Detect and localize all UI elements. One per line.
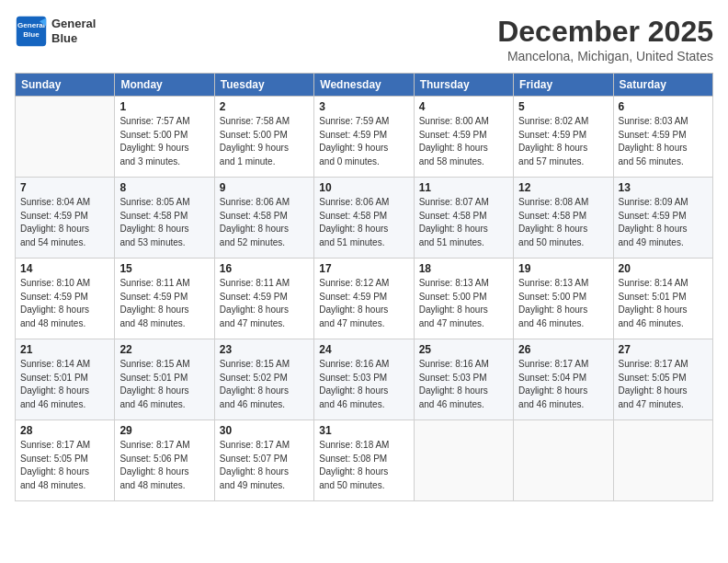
logo-text: General Blue	[51, 17, 96, 45]
calendar-cell: 4Sunrise: 8:00 AM Sunset: 4:59 PM Daylig…	[414, 97, 513, 178]
day-info: Sunrise: 8:14 AM Sunset: 5:01 PM Dayligh…	[619, 277, 708, 330]
day-number: 22	[119, 343, 209, 356]
weekday-header-sunday: Sunday	[16, 74, 115, 97]
week-row-5: 28Sunrise: 8:17 AM Sunset: 5:05 PM Dayli…	[16, 420, 713, 501]
calendar-cell	[16, 97, 115, 178]
day-number: 8	[119, 181, 209, 194]
day-number: 28	[20, 424, 109, 437]
day-number: 2	[220, 100, 309, 113]
day-number: 29	[119, 424, 209, 437]
day-info: Sunrise: 8:02 AM Sunset: 4:59 PM Dayligh…	[518, 115, 608, 168]
day-info: Sunrise: 8:10 AM Sunset: 4:59 PM Dayligh…	[20, 277, 109, 330]
day-number: 19	[518, 262, 608, 275]
calendar-cell: 2Sunrise: 7:58 AM Sunset: 5:00 PM Daylig…	[214, 97, 313, 178]
calendar-cell	[414, 420, 513, 501]
calendar-cell: 3Sunrise: 7:59 AM Sunset: 4:59 PM Daylig…	[314, 97, 414, 178]
svg-text:General: General	[17, 21, 45, 29]
calendar-cell: 15Sunrise: 8:11 AM Sunset: 4:59 PM Dayli…	[115, 259, 214, 339]
day-info: Sunrise: 8:17 AM Sunset: 5:04 PM Dayligh…	[518, 358, 608, 411]
calendar-cell: 19Sunrise: 8:13 AM Sunset: 5:00 PM Dayli…	[514, 259, 613, 339]
page-header: General Blue General Blue December 2025 …	[15, 15, 713, 63]
day-info: Sunrise: 8:16 AM Sunset: 5:03 PM Dayligh…	[319, 358, 408, 411]
week-row-1: 1Sunrise: 7:57 AM Sunset: 5:00 PM Daylig…	[16, 97, 713, 178]
calendar-cell: 12Sunrise: 8:08 AM Sunset: 4:58 PM Dayli…	[514, 178, 613, 259]
calendar-table: SundayMondayTuesdayWednesdayThursdayFrid…	[15, 73, 713, 501]
day-number: 17	[319, 262, 408, 275]
day-info: Sunrise: 8:14 AM Sunset: 5:01 PM Dayligh…	[20, 358, 109, 411]
day-info: Sunrise: 7:57 AM Sunset: 5:00 PM Dayligh…	[119, 115, 209, 168]
day-info: Sunrise: 8:00 AM Sunset: 4:59 PM Dayligh…	[419, 115, 508, 168]
calendar-cell: 11Sunrise: 8:07 AM Sunset: 4:58 PM Dayli…	[414, 178, 513, 259]
calendar-cell: 24Sunrise: 8:16 AM Sunset: 5:03 PM Dayli…	[314, 339, 414, 420]
calendar-cell: 10Sunrise: 8:06 AM Sunset: 4:58 PM Dayli…	[314, 178, 414, 259]
calendar-cell: 29Sunrise: 8:17 AM Sunset: 5:06 PM Dayli…	[115, 420, 214, 501]
logo-icon: General Blue	[15, 15, 48, 48]
day-info: Sunrise: 8:13 AM Sunset: 5:00 PM Dayligh…	[419, 277, 508, 330]
calendar-cell: 18Sunrise: 8:13 AM Sunset: 5:00 PM Dayli…	[414, 259, 513, 339]
day-number: 27	[619, 343, 708, 356]
weekday-header-saturday: Saturday	[613, 74, 712, 97]
day-info: Sunrise: 8:09 AM Sunset: 4:59 PM Dayligh…	[619, 196, 708, 249]
day-info: Sunrise: 8:12 AM Sunset: 4:59 PM Dayligh…	[319, 277, 408, 330]
day-number: 6	[619, 100, 708, 113]
day-info: Sunrise: 8:07 AM Sunset: 4:58 PM Dayligh…	[419, 196, 508, 249]
day-info: Sunrise: 8:17 AM Sunset: 5:05 PM Dayligh…	[20, 439, 109, 492]
day-info: Sunrise: 8:15 AM Sunset: 5:02 PM Dayligh…	[220, 358, 309, 411]
calendar-cell: 5Sunrise: 8:02 AM Sunset: 4:59 PM Daylig…	[514, 97, 613, 178]
calendar-cell: 27Sunrise: 8:17 AM Sunset: 5:05 PM Dayli…	[613, 339, 712, 420]
calendar-cell: 31Sunrise: 8:18 AM Sunset: 5:08 PM Dayli…	[314, 420, 414, 501]
day-number: 16	[220, 262, 309, 275]
calendar-cell: 30Sunrise: 8:17 AM Sunset: 5:07 PM Dayli…	[214, 420, 313, 501]
day-info: Sunrise: 8:06 AM Sunset: 4:58 PM Dayligh…	[220, 196, 309, 249]
day-info: Sunrise: 8:04 AM Sunset: 4:59 PM Dayligh…	[20, 196, 109, 249]
day-info: Sunrise: 8:17 AM Sunset: 5:07 PM Dayligh…	[220, 439, 309, 492]
day-number: 4	[419, 100, 508, 113]
day-info: Sunrise: 8:08 AM Sunset: 4:58 PM Dayligh…	[518, 196, 608, 249]
calendar-cell: 16Sunrise: 8:11 AM Sunset: 4:59 PM Dayli…	[214, 259, 313, 339]
calendar-cell: 20Sunrise: 8:14 AM Sunset: 5:01 PM Dayli…	[613, 259, 712, 339]
day-number: 31	[319, 424, 408, 437]
svg-text:Blue: Blue	[23, 30, 40, 39]
calendar-cell	[613, 420, 712, 501]
calendar-cell: 17Sunrise: 8:12 AM Sunset: 4:59 PM Dayli…	[314, 259, 414, 339]
calendar-cell: 14Sunrise: 8:10 AM Sunset: 4:59 PM Dayli…	[16, 259, 115, 339]
day-info: Sunrise: 8:05 AM Sunset: 4:58 PM Dayligh…	[119, 196, 209, 249]
weekday-header-monday: Monday	[115, 74, 214, 97]
calendar-cell: 23Sunrise: 8:15 AM Sunset: 5:02 PM Dayli…	[214, 339, 313, 420]
weekday-header-wednesday: Wednesday	[314, 74, 414, 97]
calendar-cell	[514, 420, 613, 501]
calendar-cell: 21Sunrise: 8:14 AM Sunset: 5:01 PM Dayli…	[16, 339, 115, 420]
calendar-cell: 9Sunrise: 8:06 AM Sunset: 4:58 PM Daylig…	[214, 178, 313, 259]
weekday-header-row: SundayMondayTuesdayWednesdayThursdayFrid…	[16, 74, 713, 97]
day-info: Sunrise: 8:17 AM Sunset: 5:05 PM Dayligh…	[619, 358, 708, 411]
day-number: 14	[20, 262, 109, 275]
calendar-cell: 13Sunrise: 8:09 AM Sunset: 4:59 PM Dayli…	[613, 178, 712, 259]
calendar-cell: 28Sunrise: 8:17 AM Sunset: 5:05 PM Dayli…	[16, 420, 115, 501]
day-number: 9	[220, 181, 309, 194]
day-number: 18	[419, 262, 508, 275]
calendar-cell: 25Sunrise: 8:16 AM Sunset: 5:03 PM Dayli…	[414, 339, 513, 420]
day-number: 7	[20, 181, 109, 194]
day-number: 11	[419, 181, 508, 194]
day-number: 25	[419, 343, 508, 356]
day-info: Sunrise: 8:11 AM Sunset: 4:59 PM Dayligh…	[119, 277, 209, 330]
day-info: Sunrise: 8:16 AM Sunset: 5:03 PM Dayligh…	[419, 358, 508, 411]
day-info: Sunrise: 8:03 AM Sunset: 4:59 PM Dayligh…	[619, 115, 708, 168]
day-number: 20	[619, 262, 708, 275]
day-number: 21	[20, 343, 109, 356]
calendar-cell: 26Sunrise: 8:17 AM Sunset: 5:04 PM Dayli…	[514, 339, 613, 420]
calendar-cell: 1Sunrise: 7:57 AM Sunset: 5:00 PM Daylig…	[115, 97, 214, 178]
weekday-header-tuesday: Tuesday	[214, 74, 313, 97]
day-number: 24	[319, 343, 408, 356]
day-number: 15	[119, 262, 209, 275]
day-info: Sunrise: 7:59 AM Sunset: 4:59 PM Dayligh…	[319, 115, 408, 168]
month-title: December 2025	[497, 15, 713, 49]
day-info: Sunrise: 8:13 AM Sunset: 5:00 PM Dayligh…	[518, 277, 608, 330]
day-number: 26	[518, 343, 608, 356]
day-number: 5	[518, 100, 608, 113]
day-number: 3	[319, 100, 408, 113]
day-number: 30	[220, 424, 309, 437]
weekday-header-thursday: Thursday	[414, 74, 513, 97]
day-info: Sunrise: 8:11 AM Sunset: 4:59 PM Dayligh…	[220, 277, 309, 330]
week-row-2: 7Sunrise: 8:04 AM Sunset: 4:59 PM Daylig…	[16, 178, 713, 259]
